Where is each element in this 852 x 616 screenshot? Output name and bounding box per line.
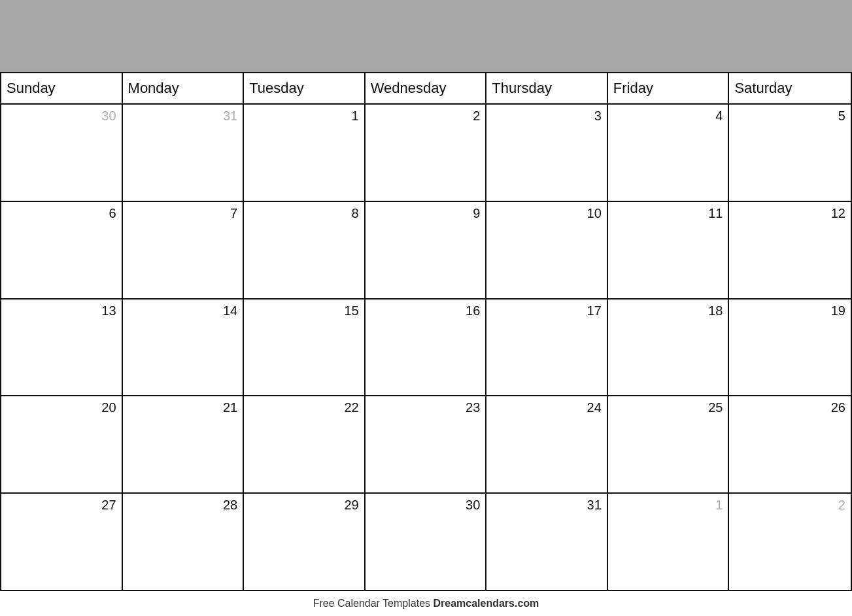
day-cell[interactable]: 19: [729, 299, 851, 396]
day-cell[interactable]: 6: [1, 202, 123, 298]
day-cell[interactable]: 3: [486, 105, 608, 201]
day-cell[interactable]: 9: [366, 202, 487, 298]
day-cell[interactable]: 1: [244, 105, 366, 201]
footer-brand: Dreamcalendars.com: [433, 598, 539, 609]
day-cell[interactable]: 18: [608, 299, 730, 396]
week-row-3: 13141516171819: [1, 299, 851, 397]
day-cell[interactable]: 31: [486, 494, 608, 590]
day-cell[interactable]: 13: [1, 299, 123, 396]
day-cell[interactable]: 24: [486, 396, 608, 492]
day-headers-row: SundayMondayTuesdayWednesdayThursdayFrid…: [1, 73, 851, 105]
day-cell[interactable]: 25: [608, 396, 730, 492]
day-cell[interactable]: 27: [1, 494, 123, 590]
day-cell[interactable]: 10: [486, 202, 608, 298]
day-header-monday: Monday: [123, 73, 245, 103]
week-row-5: 272829303112: [1, 494, 851, 591]
day-header-tuesday: Tuesday: [244, 73, 366, 103]
day-cell[interactable]: 2: [729, 494, 851, 590]
day-cell[interactable]: 15: [244, 299, 366, 396]
day-cell[interactable]: 4: [608, 105, 730, 201]
day-cell[interactable]: 17: [486, 299, 608, 396]
week-row-1: 303112345: [1, 105, 851, 202]
day-cell[interactable]: 30: [366, 494, 487, 590]
day-cell[interactable]: 2: [366, 105, 487, 201]
week-row-4: 20212223242526: [1, 396, 851, 494]
day-cell[interactable]: 21: [123, 396, 245, 492]
day-cell[interactable]: 22: [244, 396, 366, 492]
day-cell[interactable]: 29: [244, 494, 366, 590]
day-cell[interactable]: 20: [1, 396, 123, 492]
day-cell[interactable]: 23: [366, 396, 487, 492]
week-row-2: 6789101112: [1, 202, 851, 299]
calendar-header: [0, 0, 852, 72]
calendar-table: SundayMondayTuesdayWednesdayThursdayFrid…: [0, 72, 852, 591]
footer-text: Free Calendar Templates Dreamcalendars.c…: [313, 598, 539, 609]
day-cell[interactable]: 26: [729, 396, 851, 492]
footer: Free Calendar Templates Dreamcalendars.c…: [0, 591, 852, 616]
day-cell[interactable]: 7: [123, 202, 245, 298]
day-header-thursday: Thursday: [486, 73, 608, 103]
day-cell[interactable]: 5: [729, 105, 851, 201]
day-header-saturday: Saturday: [729, 73, 851, 103]
calendar-wrapper: SundayMondayTuesdayWednesdayThursdayFrid…: [0, 0, 852, 616]
day-cell[interactable]: 14: [123, 299, 245, 396]
footer-prefix: Free Calendar Templates: [313, 598, 434, 609]
weeks-container: 3031123456789101112131415161718192021222…: [1, 105, 851, 591]
day-cell[interactable]: 30: [1, 105, 123, 201]
day-cell[interactable]: 31: [123, 105, 245, 201]
day-cell[interactable]: 28: [123, 494, 245, 590]
day-cell[interactable]: 12: [729, 202, 851, 298]
day-header-sunday: Sunday: [1, 73, 123, 103]
day-cell[interactable]: 8: [244, 202, 366, 298]
day-cell[interactable]: 16: [366, 299, 487, 396]
day-cell[interactable]: 1: [608, 494, 730, 590]
day-header-friday: Friday: [608, 73, 730, 103]
day-header-wednesday: Wednesday: [366, 73, 487, 103]
day-cell[interactable]: 11: [608, 202, 730, 298]
